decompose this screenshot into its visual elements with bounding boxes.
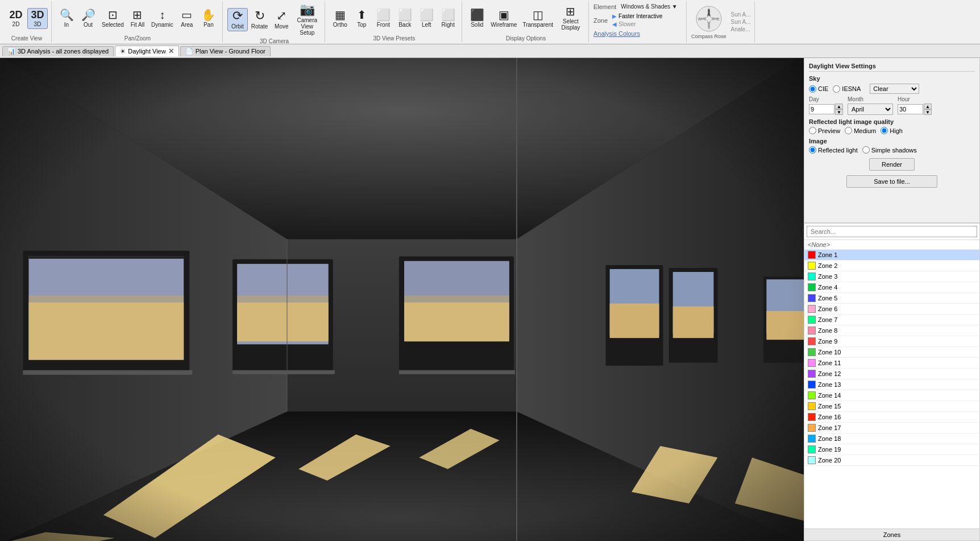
rotate-icon: ↻ — [255, 10, 265, 22]
render-button[interactable]: Render — [869, 158, 915, 171]
high-radio[interactable] — [881, 127, 888, 134]
orbit-button[interactable]: ⟳ Orbit — [227, 8, 248, 31]
move-button[interactable]: ⤢ Move — [271, 9, 292, 31]
faster-interactive-label: Faster Interactive — [618, 13, 662, 19]
left-button[interactable]: ⬜ Left — [416, 8, 437, 29]
plan-view-tab-icon: 📄 — [185, 48, 193, 55]
back-button[interactable]: ⬜ Back — [395, 8, 415, 29]
high-radio-label[interactable]: High — [881, 127, 903, 134]
create-view-group: 2D 2D 3D 3D Create View — [2, 1, 52, 43]
sun-label: Sun A... — [731, 11, 751, 18]
daylight-tab-close[interactable]: ✕ — [168, 47, 174, 55]
wireframe-icon: ▣ — [499, 9, 509, 20]
zone-item-4[interactable]: Zone 4 — [804, 282, 979, 293]
zone-item-11[interactable]: Zone 11 — [804, 358, 979, 369]
zone-item-19[interactable]: Zone 19 — [804, 444, 979, 455]
zone-item-10[interactable]: Zone 10 — [804, 347, 979, 358]
compass-sun-group: N S W E Compass Rose Sun A... Sun A... A… — [688, 1, 755, 43]
right-button[interactable]: ⬜ Right — [438, 8, 458, 29]
zone-label-6: Zone 6 — [818, 305, 837, 312]
wireframe-button[interactable]: ▣ Wireframe — [488, 8, 519, 29]
svg-text:S: S — [707, 25, 710, 29]
zone-color-3 — [808, 272, 816, 280]
day-spin-up[interactable]: ▲ — [835, 104, 843, 109]
zone-label-17: Zone 17 — [818, 424, 841, 431]
front-button[interactable]: ⬜ Front — [373, 8, 393, 29]
solid-button[interactable]: ⬛ Solid — [467, 8, 487, 29]
zone-item-13[interactable]: Zone 13 — [804, 379, 979, 390]
medium-radio[interactable] — [845, 127, 852, 134]
reflected-light-radio-label[interactable]: Reflected light — [809, 146, 858, 154]
preview-radio-label[interactable]: Preview — [809, 127, 840, 134]
zone-item-9[interactable]: Zone 9 — [804, 336, 979, 347]
simple-shadows-radio[interactable] — [862, 146, 870, 154]
iesna-radio-label[interactable]: IESNA — [833, 85, 861, 93]
image-label: Image — [809, 138, 975, 144]
2d-button[interactable]: 2D 2D — [6, 9, 26, 28]
month-group: Month JanuaryFebruaryMarch AprilMayJune … — [848, 96, 893, 115]
hour-input[interactable] — [898, 104, 923, 114]
display-options-group: ⬛ Solid ▣ Wireframe ◫ Transparent ⊞ Sele… — [463, 1, 589, 43]
cie-radio[interactable] — [809, 85, 816, 93]
zone-item-17[interactable]: Zone 17 — [804, 423, 979, 433]
select-display-button[interactable]: ⊞ Select Display — [557, 5, 585, 32]
preview-radio[interactable] — [809, 127, 816, 134]
dynamic-icon: ↕ — [159, 9, 165, 20]
main-toolbar: 2D 2D 3D 3D Create View 🔍 In 🔎 Out ⊡ Sel… — [0, 0, 980, 44]
tab-3d-analysis[interactable]: 📊 3D Analysis - all zones displayed — [2, 46, 114, 56]
zone-item-6[interactable]: Zone 6 — [804, 304, 979, 315]
zone-item-5[interactable]: Zone 5 — [804, 293, 979, 304]
selected-button[interactable]: ⊡ Selected — [99, 8, 126, 29]
transparent-button[interactable]: ◫ Transparent — [520, 8, 555, 29]
camera-view-setup-button[interactable]: 📷 Camera View Setup — [293, 2, 321, 37]
hour-spin-up[interactable]: ▲ — [924, 104, 932, 109]
tab-plan-view[interactable]: 📄 Plan View - Ground Floor — [180, 46, 271, 56]
top-button[interactable]: ⬆ Top — [351, 8, 372, 29]
dynamic-button[interactable]: ↕ Dynamic — [149, 8, 176, 29]
zones-footer[interactable]: Zones — [804, 528, 979, 540]
zone-item-15[interactable]: Zone 15 — [804, 401, 979, 412]
iesna-radio[interactable] — [833, 85, 840, 93]
cie-radio-label[interactable]: CIE — [809, 85, 828, 93]
fit-all-button[interactable]: ⊞ Fit All — [127, 8, 148, 29]
zone-item-2[interactable]: Zone 2 — [804, 261, 979, 271]
rotate-button[interactable]: ↻ Rotate — [249, 9, 270, 31]
zone-item-12[interactable]: Zone 12 — [804, 369, 979, 379]
zoom-out-button[interactable]: 🔎 Out — [78, 8, 98, 29]
zone-item-3[interactable]: Zone 3 — [804, 271, 979, 282]
compass-label: Compass Rose — [691, 34, 726, 39]
create-view-label: Create View — [11, 34, 42, 42]
day-input[interactable] — [809, 104, 834, 114]
pan-button[interactable]: ✋ Pan — [198, 8, 219, 29]
ortho-button[interactable]: ▦ Ortho — [330, 8, 350, 29]
zone-item-16[interactable]: Zone 16 — [804, 412, 979, 423]
right-icon: ⬜ — [441, 9, 455, 20]
windows-shades-dropdown[interactable]: Windows & Shades ▼ — [618, 3, 679, 10]
zone-item-8[interactable]: Zone 8 — [804, 325, 979, 336]
reflected-light-radio[interactable] — [809, 146, 816, 154]
day-spin-down[interactable]: ▼ — [835, 109, 843, 115]
zone-item-1[interactable]: Zone 1 — [804, 250, 979, 261]
zone-item-18[interactable]: Zone 18 — [804, 433, 979, 444]
clear-select[interactable]: Clear Overcast Partly cloudy — [870, 84, 919, 94]
3d-button[interactable]: 3D 3D — [27, 8, 48, 29]
3d-viewport[interactable] — [0, 58, 804, 541]
zone-item-7[interactable]: Zone 7 — [804, 315, 979, 325]
move-icon: ⤢ — [276, 10, 286, 22]
zone-label-7: Zone 7 — [818, 316, 837, 323]
save-to-file-button[interactable]: Save to file... — [846, 175, 937, 188]
compass-rose-icon: N S W E — [695, 5, 723, 33]
zone-item-14[interactable]: Zone 14 — [804, 390, 979, 401]
area-button[interactable]: ▭ Area — [177, 8, 197, 29]
medium-radio-label[interactable]: Medium — [845, 127, 876, 134]
month-select[interactable]: JanuaryFebruaryMarch AprilMayJune JulyAu… — [848, 104, 893, 115]
hour-spin-down[interactable]: ▼ — [924, 109, 932, 115]
zone-search-input[interactable] — [807, 226, 977, 237]
simple-shadows-radio-label[interactable]: Simple shadows — [862, 146, 917, 154]
zone-label-1: Zone 1 — [818, 251, 837, 258]
zone-none-item[interactable]: <None> — [804, 240, 979, 250]
zone-label-12: Zone 12 — [818, 370, 841, 377]
tab-daylight-view[interactable]: ☀ Daylight View ✕ — [115, 46, 178, 56]
zone-item-20[interactable]: Zone 20 — [804, 455, 979, 466]
zoom-in-button[interactable]: 🔍 In — [56, 8, 77, 29]
